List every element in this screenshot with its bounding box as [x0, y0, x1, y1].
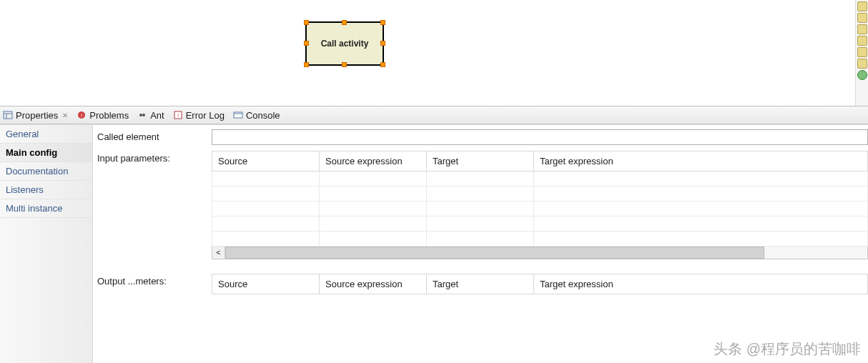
col-target-expression[interactable]: Target expression: [534, 151, 868, 171]
folder-icon[interactable]: [857, 36, 867, 46]
tab-ant[interactable]: Ant: [137, 110, 164, 121]
console-icon: [233, 110, 243, 120]
section-multi-instance[interactable]: Multi instance: [0, 199, 92, 218]
properties-icon: [3, 110, 13, 120]
col-source[interactable]: Source: [212, 274, 320, 294]
tab-label: Console: [246, 110, 280, 121]
output-parameters-table[interactable]: Source Source expression Target Target e…: [212, 274, 868, 294]
tab-label: Properties: [16, 110, 58, 121]
views-tabbar: Properties ✕ ! Problems Ant ! Error Log …: [0, 106, 868, 124]
error-log-icon: !: [173, 110, 183, 120]
properties-sections: General Main config Documentation Listen…: [0, 125, 93, 363]
col-source-expression[interactable]: Source expression: [320, 151, 427, 171]
scroll-track[interactable]: [225, 247, 867, 259]
palette-icon[interactable]: [857, 70, 867, 80]
tab-console[interactable]: Console: [233, 110, 280, 121]
scroll-left-icon[interactable]: <: [212, 247, 225, 259]
folder-icon[interactable]: [857, 1, 867, 11]
palette-toolbar: [855, 0, 868, 106]
input-parameters-table[interactable]: Source Source expression Target Target e…: [212, 151, 868, 247]
tab-label: Problems: [89, 110, 129, 121]
form-area: Called element Input parameters: Source …: [93, 125, 868, 363]
section-documentation[interactable]: Documentation: [0, 162, 92, 181]
resize-handle-bm[interactable]: [342, 62, 347, 67]
col-target[interactable]: Target: [427, 151, 534, 171]
svg-rect-9: [234, 112, 242, 118]
col-source-expression[interactable]: Source expression: [320, 274, 427, 294]
output-parameters-row: Output ...meters: Source Source expressi…: [97, 274, 868, 294]
table-row[interactable]: [212, 187, 868, 202]
table-row[interactable]: [212, 202, 868, 217]
close-icon[interactable]: ✕: [62, 111, 68, 119]
output-parameters-label: Output ...meters:: [97, 274, 212, 287]
section-listeners[interactable]: Listeners: [0, 181, 92, 199]
svg-point-5: [139, 114, 142, 116]
col-target-expression[interactable]: Target expression: [534, 274, 868, 294]
resize-handle-ml[interactable]: [304, 41, 309, 46]
ant-icon: [137, 110, 147, 120]
table-row[interactable]: [212, 217, 868, 232]
tab-label: Ant: [150, 110, 164, 121]
called-element-input[interactable]: [212, 129, 868, 145]
svg-rect-0: [4, 111, 12, 119]
svg-point-6: [142, 114, 145, 116]
resize-handle-tm[interactable]: [342, 20, 347, 25]
section-general[interactable]: General: [0, 125, 92, 144]
folder-icon[interactable]: [857, 13, 867, 23]
section-main-config[interactable]: Main config: [0, 144, 92, 162]
resize-handle-bl[interactable]: [304, 62, 309, 67]
resize-handle-tl[interactable]: [304, 20, 309, 25]
folder-icon[interactable]: [857, 24, 867, 34]
tab-error-log[interactable]: ! Error Log: [173, 110, 225, 121]
scroll-thumb[interactable]: [225, 247, 764, 259]
tab-problems[interactable]: ! Problems: [77, 110, 129, 121]
svg-text:!: !: [81, 112, 82, 119]
problems-icon: !: [77, 110, 87, 120]
call-activity-node[interactable]: Call activity: [305, 21, 384, 66]
diagram-canvas[interactable]: Call activity: [0, 0, 868, 106]
tab-properties[interactable]: Properties ✕: [3, 110, 68, 121]
resize-handle-mr[interactable]: [380, 41, 385, 46]
folder-icon[interactable]: [857, 59, 867, 69]
table-row[interactable]: [212, 171, 868, 187]
called-element-row: Called element: [97, 129, 868, 145]
svg-text:!: !: [177, 112, 179, 119]
properties-panel: General Main config Documentation Listen…: [0, 124, 868, 363]
resize-handle-br[interactable]: [380, 62, 385, 67]
table-row[interactable]: [212, 232, 868, 247]
col-source[interactable]: Source: [212, 151, 320, 171]
node-label: Call activity: [321, 39, 369, 49]
col-target[interactable]: Target: [427, 274, 534, 294]
resize-handle-tr[interactable]: [380, 20, 385, 25]
called-element-label: Called element: [97, 129, 212, 142]
input-parameters-label: Input parameters:: [97, 151, 212, 164]
tab-label: Error Log: [186, 110, 225, 121]
input-parameters-row: Input parameters: Source Source expressi…: [97, 151, 868, 259]
horizontal-scrollbar[interactable]: <: [212, 247, 868, 259]
folder-icon[interactable]: [857, 47, 867, 57]
